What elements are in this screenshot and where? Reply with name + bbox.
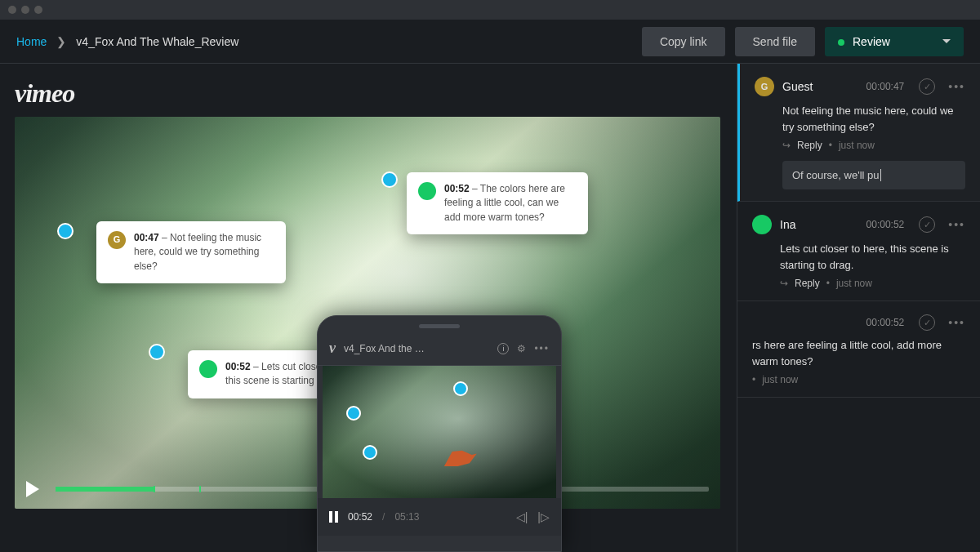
avatar: G bbox=[108, 231, 126, 249]
note-timestamp: 00:52 bbox=[444, 183, 470, 194]
resolve-check-icon[interactable]: ✓ bbox=[919, 78, 935, 95]
comment-author: Ina bbox=[780, 218, 795, 231]
reply-draft-text: Of course, we'll pu bbox=[792, 169, 880, 181]
status-dot-icon bbox=[838, 39, 844, 46]
reply-button[interactable]: Reply bbox=[797, 140, 822, 151]
breadcrumb-home[interactable]: Home bbox=[16, 35, 47, 48]
reply-input[interactable]: Of course, we'll pu bbox=[782, 161, 965, 189]
comment-item[interactable]: 00:00:52 ✓ ••• rs here are feeling a lit… bbox=[737, 301, 980, 398]
video-note[interactable]: 00:52 – The colors here are feeling a li… bbox=[407, 172, 588, 234]
current-time: 00:52 bbox=[348, 511, 372, 523]
play-button[interactable] bbox=[26, 481, 39, 497]
resolve-check-icon[interactable]: ✓ bbox=[919, 314, 935, 331]
mobile-controls: 00:52 / 05:13 ◁| |▷ bbox=[318, 498, 561, 536]
comment-body: Not feeling the music here, could we try… bbox=[782, 103, 965, 135]
resolve-check-icon[interactable]: ✓ bbox=[919, 216, 935, 233]
chevron-down-icon bbox=[942, 39, 951, 43]
gear-icon[interactable]: ⚙ bbox=[517, 343, 526, 354]
reply-button[interactable]: Reply bbox=[795, 278, 820, 289]
traffic-light-max[interactable] bbox=[34, 6, 42, 14]
video-note[interactable]: G 00:47 – Not feeling the music here, co… bbox=[96, 221, 286, 283]
traffic-light-min[interactable] bbox=[21, 6, 29, 14]
review-status-dropdown[interactable]: Review bbox=[825, 27, 964, 56]
comment-item[interactable]: Ina 00:00:52 ✓ ••• Lets cut closer to he… bbox=[737, 202, 980, 301]
pause-button[interactable] bbox=[329, 511, 338, 523]
comment-body: Lets cut closer to here, this scene is s… bbox=[780, 241, 965, 273]
comment-timestamp: 00:00:47 bbox=[866, 81, 905, 92]
vimeo-logo: vimeo bbox=[15, 78, 722, 109]
video-art-fox bbox=[444, 445, 477, 466]
annotation-marker[interactable] bbox=[453, 381, 468, 396]
mobile-header: v v4_Fox And the … i ⚙ ••• bbox=[318, 335, 561, 366]
seek-fill bbox=[56, 487, 154, 492]
avatar bbox=[199, 360, 217, 378]
info-icon[interactable]: i bbox=[497, 343, 509, 354]
mobile-video[interactable] bbox=[323, 366, 556, 498]
window-titlebar bbox=[0, 0, 980, 20]
avatar bbox=[418, 182, 436, 200]
chevron-right-icon: ❯ bbox=[56, 35, 66, 48]
mobile-title: v4_Fox And the … bbox=[344, 343, 489, 354]
note-timestamp: 00:47 bbox=[134, 232, 159, 243]
review-label: Review bbox=[853, 35, 890, 48]
more-icon[interactable]: ••• bbox=[948, 218, 965, 231]
header-bar: Home ❯ v4_Fox And The Whale_Review Copy … bbox=[0, 20, 980, 64]
vimeo-logo-small: v bbox=[329, 340, 336, 357]
mobile-preview: v v4_Fox And the … i ⚙ ••• 00:52 / 05:13… bbox=[317, 315, 562, 552]
duration: 05:13 bbox=[394, 511, 419, 523]
comment-age: just now bbox=[836, 278, 872, 289]
phone-speaker bbox=[419, 324, 460, 328]
annotation-marker[interactable] bbox=[381, 171, 398, 188]
send-file-button[interactable]: Send file bbox=[735, 27, 815, 56]
annotation-marker[interactable] bbox=[346, 406, 361, 421]
comments-panel: G Guest 00:00:47 ✓ ••• Not feeling the m… bbox=[737, 64, 980, 552]
comment-body: rs here are feeling a little cool, add m… bbox=[752, 337, 965, 369]
annotation-marker[interactable] bbox=[57, 223, 74, 239]
traffic-light-close[interactable] bbox=[8, 6, 16, 14]
comment-age: just now bbox=[839, 140, 875, 151]
note-timestamp: 00:52 bbox=[225, 361, 251, 372]
comment-item[interactable]: G Guest 00:00:47 ✓ ••• Not feeling the m… bbox=[737, 64, 980, 202]
comment-timestamp: 00:00:52 bbox=[866, 317, 905, 328]
avatar: G bbox=[755, 77, 774, 96]
more-icon[interactable]: ••• bbox=[948, 80, 965, 93]
stage: vimeo G 00:47 – Not feeling the music he… bbox=[0, 64, 737, 552]
comment-age: just now bbox=[762, 374, 798, 385]
comment-timestamp: 00:00:52 bbox=[866, 219, 905, 230]
reply-arrow-icon: ↩ bbox=[782, 140, 791, 151]
more-icon[interactable]: ••• bbox=[948, 316, 965, 329]
step-back-button[interactable]: ◁| bbox=[516, 510, 528, 523]
more-icon[interactable]: ••• bbox=[534, 343, 550, 354]
annotation-marker[interactable] bbox=[363, 445, 377, 460]
breadcrumb: Home ❯ v4_Fox And The Whale_Review bbox=[16, 35, 238, 48]
comment-author: Guest bbox=[782, 80, 813, 93]
step-forward-button[interactable]: |▷ bbox=[537, 510, 550, 523]
avatar bbox=[752, 215, 772, 234]
reply-arrow-icon: ↩ bbox=[780, 278, 788, 289]
copy-link-button[interactable]: Copy link bbox=[642, 27, 725, 56]
annotation-marker[interactable] bbox=[149, 344, 165, 360]
breadcrumb-page: v4_Fox And The Whale_Review bbox=[76, 35, 238, 48]
